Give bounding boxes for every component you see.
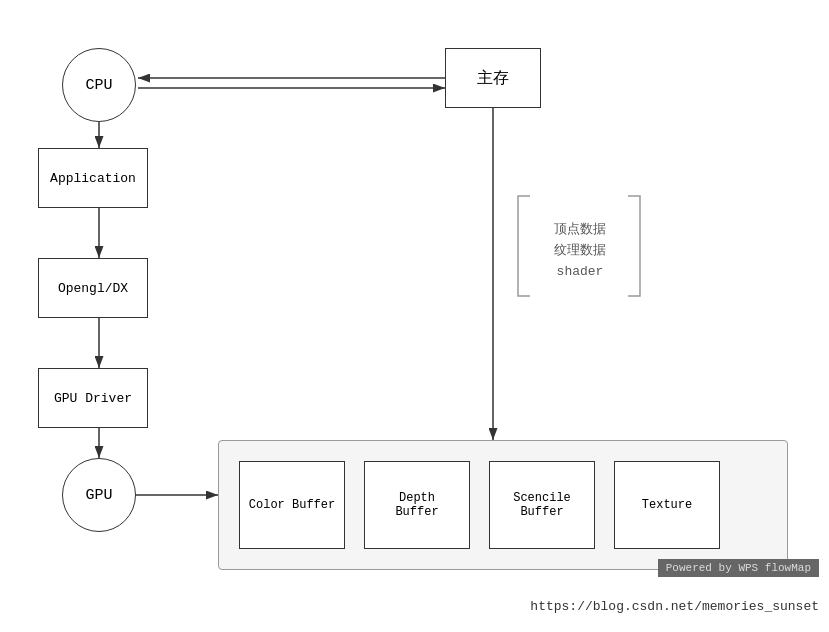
color-buffer-node: Color Buffer — [239, 461, 345, 549]
texture-node: Texture — [614, 461, 720, 549]
gpu-node: GPU — [62, 458, 136, 532]
color-buffer-label: Color Buffer — [249, 498, 335, 512]
watermark: Powered by WPS flowMap — [658, 559, 819, 577]
opengl-node: Opengl/DX — [38, 258, 148, 318]
main-mem-label: 主存 — [477, 68, 509, 89]
application-node: Application — [38, 148, 148, 208]
scencile-buffer-node: ScencileBuffer — [489, 461, 595, 549]
gpu-label: GPU — [85, 487, 112, 504]
bracket-line2: 纹理数据 — [530, 241, 630, 262]
bracket-line1: 顶点数据 — [530, 220, 630, 241]
opengl-label: Opengl/DX — [58, 281, 128, 296]
depth-buffer-node: DepthBuffer — [364, 461, 470, 549]
gpu-box: Color Buffer DepthBuffer ScencileBuffer … — [218, 440, 788, 570]
bracket-text-group: 顶点数据 纹理数据 shader — [530, 220, 630, 282]
diagram: CPU 主存 Application Opengl/DX GPU Driver … — [0, 0, 829, 632]
url-text: https://blog.csdn.net/memories_sunset — [530, 599, 819, 614]
cpu-label: CPU — [85, 77, 112, 94]
application-label: Application — [50, 171, 136, 186]
bracket-line3: shader — [530, 262, 630, 283]
texture-label: Texture — [642, 498, 692, 512]
gpu-driver-node: GPU Driver — [38, 368, 148, 428]
gpu-driver-label: GPU Driver — [54, 391, 132, 406]
cpu-node: CPU — [62, 48, 136, 122]
depth-buffer-label: DepthBuffer — [395, 491, 438, 519]
scencile-buffer-label: ScencileBuffer — [513, 491, 571, 519]
main-mem-node: 主存 — [445, 48, 541, 108]
